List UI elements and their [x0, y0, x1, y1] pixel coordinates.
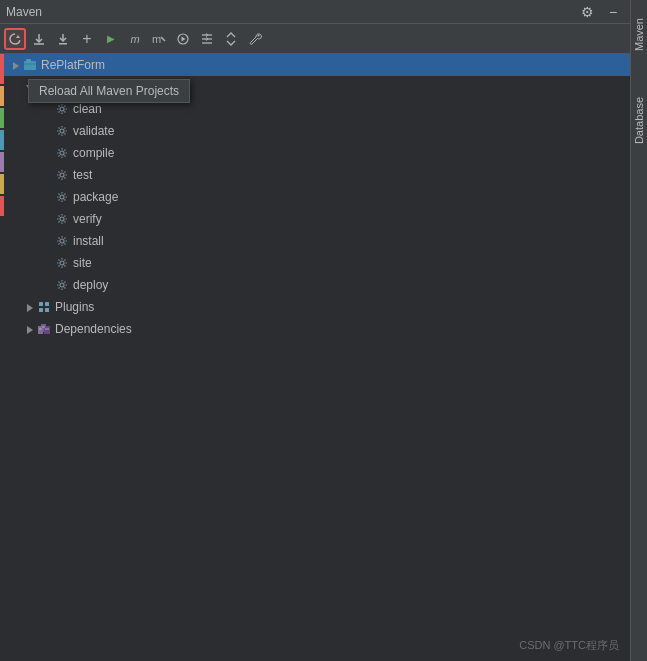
lifecycle-item-icon-package	[54, 189, 70, 205]
skip-tests-button[interactable]	[172, 28, 194, 50]
tree-row-site[interactable]: site	[0, 252, 630, 274]
run-maven-button[interactable]: m	[124, 28, 146, 50]
run-icon: ▶	[107, 33, 115, 44]
spacer-compile	[40, 146, 54, 160]
spacer-validate	[40, 124, 54, 138]
plugins-label: Plugins	[55, 300, 94, 314]
clean-label: clean	[73, 102, 102, 116]
package-label: package	[73, 190, 118, 204]
dependencies-label: Dependencies	[55, 322, 132, 336]
spacer-verify	[40, 212, 54, 226]
validate-label: validate	[73, 124, 114, 138]
svg-rect-32	[45, 302, 49, 306]
svg-rect-14	[24, 61, 36, 70]
run-button[interactable]: ▶	[100, 28, 122, 50]
reload-icon	[8, 32, 22, 46]
lifecycle-item-icon-clean	[54, 101, 70, 117]
verify-label: verify	[73, 212, 102, 226]
svg-line-6	[161, 37, 165, 41]
collapse-icon	[224, 32, 238, 46]
tree-row-package[interactable]: package	[0, 186, 630, 208]
wrench-icon	[248, 32, 262, 46]
svg-rect-33	[39, 308, 43, 312]
database-vertical-tab[interactable]: Database	[631, 89, 647, 152]
maven-vertical-tab[interactable]: Maven	[631, 10, 647, 59]
tooltip-text: Reload All Maven Projects	[39, 84, 179, 98]
svg-point-26	[60, 217, 64, 221]
dependencies-icon	[36, 321, 52, 337]
minimize-icon[interactable]: −	[602, 1, 624, 23]
spacer-site	[40, 256, 54, 270]
svg-point-24	[60, 173, 64, 177]
tree-row-plugins[interactable]: Plugins	[0, 296, 630, 318]
tree-row-replatform[interactable]: RePlatForm	[0, 54, 630, 76]
plugins-icon	[36, 299, 52, 315]
download-sources-icon	[32, 32, 46, 46]
site-label: site	[73, 256, 92, 270]
svg-text:m: m	[152, 33, 161, 45]
lifecycle-item-icon-verify	[54, 211, 70, 227]
svg-rect-34	[45, 308, 49, 312]
tree-row-validate[interactable]: validate	[0, 120, 630, 142]
add-icon: +	[82, 31, 91, 47]
add-button[interactable]: +	[76, 28, 98, 50]
deploy-label: deploy	[73, 278, 108, 292]
watermark: CSDN @TTC程序员	[519, 638, 619, 653]
title-bar: Maven ⚙ −	[0, 0, 630, 24]
lifecycle-item-icon-compile	[54, 145, 70, 161]
svg-rect-31	[39, 302, 43, 306]
svg-point-27	[60, 239, 64, 243]
offline-icon: m	[152, 32, 166, 46]
collapse-all-button[interactable]	[220, 28, 242, 50]
toggle-offline-button[interactable]: m	[148, 28, 170, 50]
download-docs-icon	[56, 32, 70, 46]
svg-point-21	[60, 107, 64, 111]
svg-marker-35	[27, 326, 33, 334]
svg-point-22	[60, 129, 64, 133]
tree-row-dependencies[interactable]: Dependencies	[0, 318, 630, 340]
tree-row-test[interactable]: test	[0, 164, 630, 186]
tree-row-deploy[interactable]: deploy	[0, 274, 630, 296]
run-m-icon: m	[130, 33, 139, 45]
svg-rect-15	[26, 59, 31, 62]
settings-icon[interactable]: ⚙	[576, 1, 598, 23]
tree-row-install[interactable]: install	[0, 230, 630, 252]
svg-marker-8	[182, 36, 186, 41]
test-label: test	[73, 168, 92, 182]
svg-point-12	[258, 34, 260, 36]
download-sources-button[interactable]	[28, 28, 50, 50]
lifecycle-item-icon-install	[54, 233, 70, 249]
expand-dependencies-icon[interactable]	[22, 322, 36, 336]
download-docs-button[interactable]	[52, 28, 74, 50]
replatform-label: RePlatForm	[41, 58, 105, 72]
project-icon	[22, 57, 38, 73]
lifecycle-item-icon-validate	[54, 123, 70, 139]
spacer-test	[40, 168, 54, 182]
lifecycle-item-icon-deploy	[54, 277, 70, 293]
show-deps-icon	[200, 32, 214, 46]
reload-tooltip: Reload All Maven Projects	[28, 79, 190, 103]
tree-row-compile[interactable]: compile	[0, 142, 630, 164]
lifecycle-item-icon-test	[54, 167, 70, 183]
svg-point-23	[60, 151, 64, 155]
svg-point-28	[60, 261, 64, 265]
lifecycle-item-icon-site	[54, 255, 70, 271]
reload-button[interactable]	[4, 28, 26, 50]
tree-area: RePlatForm Lifecycle	[0, 54, 630, 661]
spacer-package	[40, 190, 54, 204]
wrench-settings-button[interactable]	[244, 28, 266, 50]
svg-point-25	[60, 195, 64, 199]
tree-row-verify[interactable]: verify	[0, 208, 630, 230]
spacer-install	[40, 234, 54, 248]
compile-label: compile	[73, 146, 114, 160]
expand-replatform-icon[interactable]	[8, 58, 22, 72]
watermark-text: CSDN @TTC程序员	[519, 639, 619, 651]
expand-plugins-icon[interactable]	[22, 300, 36, 314]
spacer-deploy	[40, 278, 54, 292]
svg-marker-13	[13, 62, 19, 70]
toolbar: + ▶ m m	[0, 24, 630, 54]
show-dependencies-button[interactable]	[196, 28, 218, 50]
install-label: install	[73, 234, 104, 248]
right-sidebar: Maven Database	[630, 0, 647, 661]
svg-point-29	[60, 283, 64, 287]
